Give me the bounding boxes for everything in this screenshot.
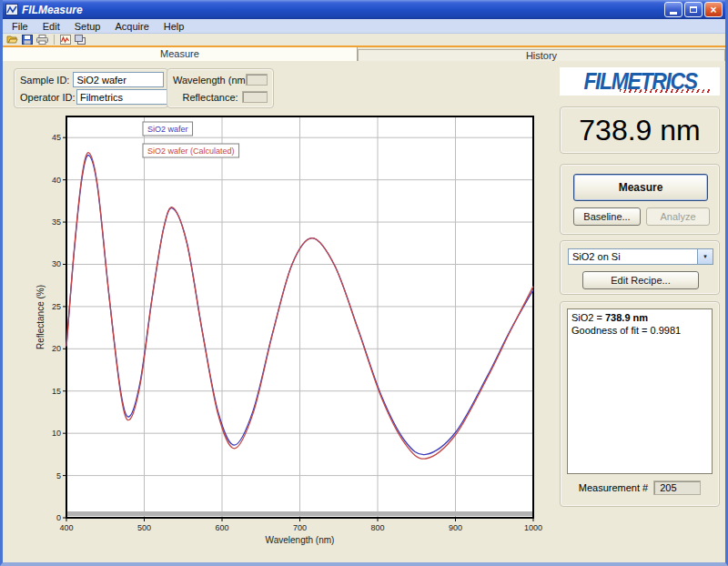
recipe-select[interactable]: SiO2 on Si ▼ (568, 248, 713, 265)
menu-edit[interactable]: Edit (35, 20, 67, 33)
reflectance-chart: 4005006007008009001000051015202530354045… (35, 108, 546, 556)
measurement-number-field: 205 (653, 480, 701, 495)
print-icon (36, 35, 48, 45)
sample-id-input[interactable] (73, 72, 164, 87)
copy-button[interactable] (75, 35, 86, 45)
svg-text:25: 25 (52, 302, 61, 311)
recipe-selected-value: SiO2 on Si (569, 251, 697, 262)
readout-groupbox: Wavelength (nm): Reflectance: (167, 68, 274, 108)
svg-text:Wavelength (nm): Wavelength (nm) (266, 535, 335, 545)
svg-text:SiO2 wafer: SiO2 wafer (147, 125, 188, 134)
close-icon: × (710, 5, 716, 15)
title-bar: FILMeasure × (3, 0, 725, 19)
menu-bar: File Edit Setup Acquire Help (3, 19, 725, 34)
reflectance-field (242, 91, 268, 103)
results-text-box: SiO2 = 738.9 nm Goodness of fit = 0.9981 (567, 308, 713, 474)
svg-text:20: 20 (52, 344, 61, 353)
save-icon (22, 35, 33, 45)
operator-id-label: Operator ID: (20, 92, 76, 103)
thickness-result-box: 738.9 nm (560, 106, 720, 154)
filmetrics-logo: FILMETRICS (560, 67, 720, 96)
open-icon (6, 35, 18, 45)
svg-text:1000: 1000 (524, 523, 542, 532)
wavelength-label: Wavelength (nm): (173, 75, 246, 86)
results-thickness-value: 738.9 nm (605, 312, 648, 323)
svg-text:5: 5 (56, 471, 61, 480)
analyze-button[interactable]: Analyze (646, 207, 710, 226)
svg-text:45: 45 (52, 133, 61, 142)
restore-icon (690, 6, 697, 13)
save-button[interactable] (22, 35, 33, 45)
logo-hatch-marks (620, 89, 713, 93)
tab-history[interactable]: History (358, 49, 725, 61)
svg-text:400: 400 (59, 523, 73, 532)
results-line2: Goodness of fit = 0.9981 (571, 324, 708, 337)
edit-recipe-button[interactable]: Edit Recipe... (582, 271, 699, 289)
measure-page: Sample ID: Operator ID: Wavelength (nm):… (3, 61, 725, 563)
svg-text:600: 600 (215, 523, 228, 532)
minimize-button[interactable] (664, 2, 682, 17)
results-groupbox: SiO2 = 738.9 nm Goodness of fit = 0.9981… (560, 301, 720, 507)
svg-text:700: 700 (293, 523, 307, 532)
sample-id-label: Sample ID: (20, 75, 73, 86)
svg-text:Reflectance (%): Reflectance (%) (35, 285, 46, 349)
wavelength-field (246, 74, 268, 86)
restore-button[interactable] (684, 2, 703, 17)
measurement-number-row: Measurement # 205 (567, 480, 713, 495)
spectrum-icon (60, 35, 71, 45)
tool-bar (3, 34, 725, 45)
svg-text:15: 15 (52, 387, 61, 396)
svg-text:35: 35 (52, 217, 61, 227)
svg-text:40: 40 (52, 176, 61, 185)
window-title: FILMeasure (22, 4, 664, 16)
measurement-number-label: Measurement # (579, 482, 648, 493)
chevron-down-icon[interactable]: ▼ (697, 249, 713, 264)
svg-text:0: 0 (56, 513, 61, 522)
svg-text:SiO2 wafer (Calculated): SiO2 wafer (Calculated) (147, 147, 235, 156)
results-line1: SiO2 = 738.9 nm (571, 311, 708, 324)
measure-button[interactable]: Measure (573, 174, 708, 201)
tab-strip: Measure History (3, 47, 725, 61)
filmeasure-window: FILMeasure × File Edit Setup Acquire Hel… (0, 0, 728, 566)
baseline-button[interactable]: Baseline... (573, 207, 641, 226)
svg-text:10: 10 (52, 429, 61, 438)
svg-text:800: 800 (370, 523, 384, 532)
reflectance-label: Reflectance: (173, 92, 242, 103)
print-button[interactable] (36, 35, 48, 45)
spectrum-button[interactable] (60, 35, 71, 45)
toolbar-separator (54, 35, 55, 45)
measure-groupbox: Measure Baseline... Analyze (560, 164, 720, 235)
menu-setup[interactable]: Setup (67, 20, 108, 33)
menu-help[interactable]: Help (157, 20, 192, 33)
tab-measure[interactable]: Measure (3, 47, 358, 61)
operator-id-input[interactable] (76, 89, 167, 105)
open-button[interactable] (6, 35, 18, 45)
minimize-icon (670, 12, 677, 15)
menu-file[interactable]: File (5, 20, 35, 33)
app-icon (5, 4, 18, 15)
svg-text:30: 30 (52, 259, 61, 268)
menu-acquire[interactable]: Acquire (107, 20, 156, 33)
svg-text:900: 900 (449, 523, 462, 532)
recipe-groupbox: SiO2 on Si ▼ Edit Recipe... (560, 240, 720, 295)
copy-icon (75, 35, 86, 45)
thickness-value: 738.9 nm (579, 114, 700, 147)
svg-text:500: 500 (137, 523, 151, 532)
id-groupbox: Sample ID: Operator ID: (14, 68, 168, 108)
close-button[interactable]: × (704, 2, 723, 17)
